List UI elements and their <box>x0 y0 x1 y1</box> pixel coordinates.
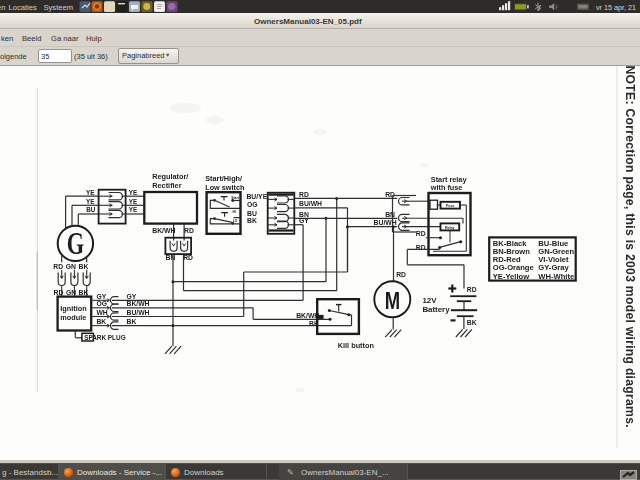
svg-text:BN: BN <box>166 254 176 261</box>
svg-text:GY: GY <box>96 293 106 300</box>
svg-text:G: G <box>67 225 84 261</box>
svg-text:GY: GY <box>299 217 309 224</box>
svg-text:Relay: Relay <box>445 226 455 230</box>
svg-text:Regulator/: Regulator/ <box>152 172 188 181</box>
svg-text:BN: BN <box>385 211 395 218</box>
svg-text:NOTE: Correction page, this is: NOTE: Correction page, this is 2003 mode… <box>623 66 637 428</box>
svg-text:Rectifier: Rectifier <box>152 181 181 190</box>
svg-text:Battery: Battery <box>422 305 450 314</box>
svg-text:GY: GY <box>127 293 137 300</box>
svg-text:GN: GN <box>66 263 76 270</box>
svg-text:M: M <box>385 287 400 314</box>
svg-text:RD: RD <box>299 191 309 198</box>
svg-text:HI: HI <box>233 210 236 214</box>
svg-text:YE: YE <box>129 189 137 196</box>
svg-text:YE: YE <box>86 189 94 196</box>
svg-text:YE: YE <box>129 206 137 213</box>
svg-text:SPARK PLUG: SPARK PLUG <box>84 334 125 341</box>
svg-text:BK: BK <box>247 217 257 224</box>
svg-text:RD: RD <box>183 254 193 261</box>
svg-text:WH-White: WH-White <box>538 272 574 281</box>
svg-text:12V: 12V <box>422 296 437 305</box>
svg-text:BK: BK <box>96 318 106 325</box>
svg-text:RD: RD <box>396 271 406 278</box>
svg-text:RD: RD <box>184 227 194 234</box>
svg-text:BK/WH: BK/WH <box>296 312 319 319</box>
svg-text:OG: OG <box>247 201 258 208</box>
svg-text:RD: RD <box>385 191 395 198</box>
svg-text:BK: BK <box>127 318 137 325</box>
svg-text:OG: OG <box>96 300 107 307</box>
svg-text:Low switch: Low switch <box>205 183 244 192</box>
svg-text:BU/WH: BU/WH <box>374 219 397 226</box>
svg-text:BK: BK <box>79 289 89 296</box>
svg-text:RD: RD <box>54 289 64 296</box>
svg-text:BU/YE: BU/YE <box>246 193 267 200</box>
svg-text:RD: RD <box>53 263 63 270</box>
svg-text:BK: BK <box>78 263 88 270</box>
svg-text:Fuse: Fuse <box>446 204 454 208</box>
svg-text:YE: YE <box>86 198 94 205</box>
svg-text:BU: BU <box>86 206 96 213</box>
svg-text:Start: Start <box>231 196 240 200</box>
svg-text:RD: RD <box>416 230 426 237</box>
svg-text:WH: WH <box>96 309 107 316</box>
svg-text:GN: GN <box>66 289 76 296</box>
svg-text:LO: LO <box>233 219 238 223</box>
svg-text:YE-Yellow: YE-Yellow <box>493 272 529 281</box>
svg-text:Start/High/: Start/High/ <box>205 174 242 183</box>
svg-text:BK: BK <box>467 319 477 326</box>
svg-text:with fuse: with fuse <box>430 183 463 192</box>
svg-text:RD: RD <box>467 286 477 293</box>
svg-text:BU/WH: BU/WH <box>127 309 150 316</box>
svg-text:YE: YE <box>129 198 137 205</box>
svg-text:Ignition: Ignition <box>60 304 86 313</box>
svg-text:BK/WH: BK/WH <box>152 227 175 234</box>
svg-text:Kill button: Kill button <box>338 341 374 350</box>
svg-text:BU/WH: BU/WH <box>299 200 322 207</box>
svg-text:BK: BK <box>309 320 319 327</box>
svg-text:module: module <box>60 313 86 322</box>
svg-text:BK/WH: BK/WH <box>127 300 150 307</box>
